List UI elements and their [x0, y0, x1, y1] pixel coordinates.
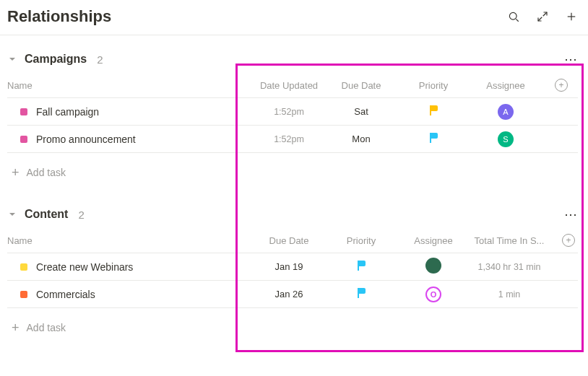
cell-due-date[interactable]: Jan 26 — [253, 289, 325, 300]
cell-priority[interactable] — [397, 105, 470, 118]
chevron-down-icon[interactable] — [7, 209, 17, 219]
flag-icon — [428, 133, 438, 143]
avatar: S — [498, 131, 514, 147]
cell-due-date[interactable]: Sat — [325, 106, 397, 117]
column-header[interactable]: Assignee — [397, 235, 470, 246]
search-icon[interactable] — [507, 10, 520, 23]
chevron-down-icon[interactable] — [7, 54, 17, 64]
avatar: O — [425, 287, 441, 302]
avatar — [425, 258, 441, 274]
group-menu-dots-icon[interactable]: ⋯ — [564, 206, 578, 222]
flag-icon — [356, 288, 366, 298]
task-name: Promo announcement — [36, 134, 136, 145]
add-column-button[interactable]: + — [555, 79, 568, 92]
flag-icon — [428, 105, 438, 115]
column-header[interactable]: Assignee — [470, 80, 542, 91]
add-column-button[interactable]: + — [562, 234, 575, 247]
table-row[interactable]: Fall campaign 1:52pm Sat A — [7, 98, 578, 126]
add-task-label: Add task — [27, 322, 66, 333]
column-header[interactable]: Due Date — [253, 235, 325, 246]
group-count: 2 — [97, 53, 103, 66]
cell-total-time[interactable]: 1 min — [470, 289, 549, 300]
column-header[interactable]: Priority — [325, 235, 397, 246]
column-header[interactable]: Priority — [397, 80, 470, 91]
column-header[interactable]: Due Date — [325, 80, 397, 91]
add-icon[interactable] — [565, 10, 578, 23]
group-title: Content — [25, 208, 68, 221]
cell-date-updated[interactable]: 1:52pm — [253, 107, 325, 117]
add-task-label: Add task — [27, 167, 66, 178]
cell-priority[interactable] — [397, 133, 470, 145]
cell-due-date[interactable]: Mon — [325, 134, 397, 144]
status-square-icon — [20, 291, 27, 298]
svg-line-3 — [538, 17, 542, 21]
svg-point-0 — [509, 12, 516, 19]
table-row[interactable]: Promo announcement 1:52pm Mon S — [7, 126, 578, 153]
status-square-icon — [20, 136, 27, 143]
task-name: Commercials — [36, 289, 95, 300]
page-title: Relationships — [7, 7, 111, 26]
avatar: A — [498, 104, 514, 120]
status-square-icon — [20, 263, 27, 271]
table-row[interactable]: Create new Webinars Jan 19 1,340 hr 31 m… — [7, 253, 578, 281]
cell-total-time[interactable]: 1,340 hr 31 min — [470, 262, 549, 272]
column-header-name[interactable]: Name — [7, 235, 253, 246]
task-name: Create new Webinars — [36, 261, 133, 273]
column-header[interactable]: Date Updated — [253, 80, 325, 91]
cell-assignee[interactable] — [397, 258, 470, 276]
add-task-button[interactable]: + Add task — [7, 308, 578, 346]
group-campaigns: Campaigns 2 ⋯ Name Date Updated Due Date… — [0, 35, 588, 191]
status-square-icon — [20, 108, 27, 115]
column-header[interactable]: Total Time In S... — [470, 235, 549, 246]
header-actions — [507, 10, 578, 23]
plus-icon: + — [12, 321, 20, 334]
cell-priority[interactable] — [325, 261, 397, 273]
group-title: Campaigns — [25, 53, 87, 66]
group-count: 2 — [78, 209, 84, 221]
task-name: Fall campaign — [36, 106, 99, 118]
column-header-name[interactable]: Name — [7, 80, 253, 91]
cell-priority[interactable] — [325, 288, 397, 300]
plus-icon: + — [12, 166, 20, 179]
expand-icon[interactable] — [536, 10, 549, 23]
svg-line-1 — [516, 19, 518, 21]
table-row[interactable]: Commercials Jan 26 O 1 min — [7, 281, 578, 308]
cell-assignee[interactable]: S — [470, 131, 542, 147]
group-menu-dots-icon[interactable]: ⋯ — [564, 51, 578, 67]
flag-icon — [356, 261, 366, 271]
cell-assignee[interactable]: A — [470, 104, 542, 120]
cell-assignee[interactable]: O — [397, 287, 470, 302]
svg-line-2 — [543, 12, 547, 16]
add-task-button[interactable]: + Add task — [7, 153, 578, 191]
cell-due-date[interactable]: Jan 19 — [253, 261, 325, 272]
cell-date-updated[interactable]: 1:52pm — [253, 134, 325, 144]
group-content: Content 2 ⋯ Name Due Date Priority Assig… — [0, 191, 588, 346]
